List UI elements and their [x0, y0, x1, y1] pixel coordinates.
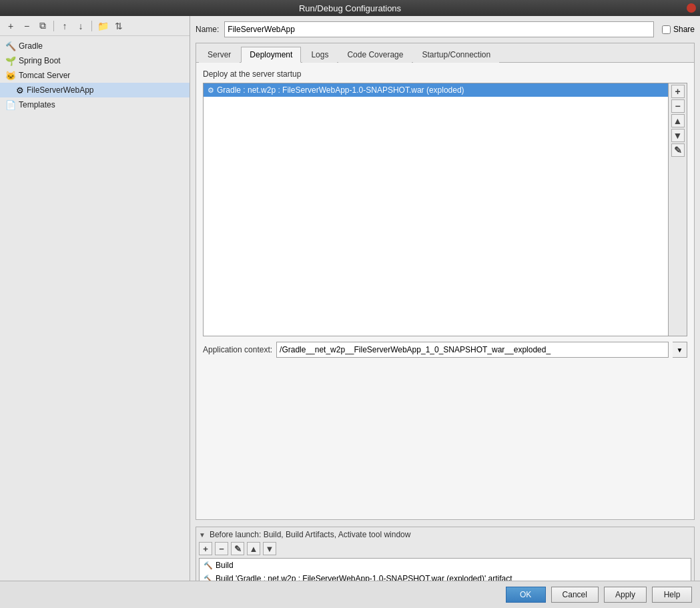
- tree-item-tomcat[interactable]: 🐱 Tomcat Server: [0, 68, 190, 83]
- close-button[interactable]: [687, 3, 696, 13]
- app-context-label: Application context:: [203, 345, 272, 354]
- bl-add-button[interactable]: +: [199, 542, 212, 555]
- add-config-button[interactable]: +: [4, 19, 17, 33]
- bl-build-icon: 🔨: [204, 561, 213, 570]
- deploy-edit-button[interactable]: ✎: [671, 143, 685, 157]
- deploy-down-button[interactable]: ▼: [671, 129, 685, 142]
- move-up-button[interactable]: ↑: [58, 19, 71, 33]
- before-launch-header[interactable]: ▼ Before launch: Build, Build Artifacts,…: [199, 530, 691, 539]
- share-checkbox[interactable]: [662, 25, 671, 34]
- bl-remove-button[interactable]: −: [215, 542, 228, 555]
- deploy-up-button[interactable]: ▲: [671, 114, 685, 127]
- deploy-label: Deploy at the server startup: [203, 69, 687, 79]
- tree-item-spring-boot[interactable]: 🌱 Spring Boot: [0, 53, 190, 68]
- ok-button[interactable]: OK: [506, 587, 546, 603]
- toolbar-sep-1: [53, 21, 54, 31]
- tab-server[interactable]: Server: [199, 47, 240, 63]
- tree-item-gradle[interactable]: 🔨 Gradle: [0, 39, 190, 53]
- sort-button[interactable]: ⇅: [112, 19, 125, 33]
- apply-button[interactable]: Apply: [604, 587, 647, 603]
- bl-edit-button[interactable]: ✎: [231, 542, 244, 555]
- deploy-remove-button[interactable]: −: [671, 99, 685, 113]
- app-context-input[interactable]: [276, 342, 669, 358]
- tab-deployment[interactable]: Deployment: [241, 47, 301, 63]
- tabs-bar: Server Deployment Logs Code Coverage Sta…: [196, 43, 694, 63]
- deploy-item-label: Gradle : net.w2p : FileServerWebApp-1.0-…: [217, 85, 464, 95]
- before-launch-toolbar: + − ✎ ▲ ▼: [199, 542, 691, 555]
- bl-down-button[interactable]: ▼: [263, 542, 276, 555]
- config-tree: 🔨 Gradle 🌱 Spring Boot 🐱 Tomcat Server ⚙…: [0, 36, 190, 608]
- fileserverwebapp-label: FileServerWebApp: [27, 85, 94, 95]
- bl-build-label: Build: [216, 561, 234, 570]
- tomcat-icon: 🐱: [5, 71, 16, 81]
- bl-item-build[interactable]: 🔨 Build: [200, 559, 691, 572]
- copy-config-button[interactable]: ⧉: [36, 19, 49, 33]
- tomcat-label: Tomcat Server: [19, 71, 70, 80]
- cancel-button[interactable]: Cancel: [551, 587, 599, 603]
- remove-config-button[interactable]: −: [20, 19, 33, 33]
- bottom-buttons: OK Cancel Apply Help: [0, 581, 700, 608]
- deploy-item-gradle[interactable]: ⚙ Gradle : net.w2p : FileServerWebApp-1.…: [204, 83, 668, 97]
- before-launch-title: Before launch: Build, Build Artifacts, A…: [210, 530, 411, 539]
- bl-up-button[interactable]: ▲: [247, 542, 260, 555]
- tree-item-templates[interactable]: 📄 Templates: [0, 97, 190, 112]
- name-label: Name:: [196, 25, 219, 34]
- dialog-title: Run/Debug Configurations: [299, 3, 401, 13]
- share-label: Share: [673, 25, 695, 34]
- deploy-item-icon: ⚙: [208, 86, 214, 95]
- help-button[interactable]: Help: [652, 587, 692, 603]
- tab-startup-connection[interactable]: Startup/Connection: [413, 47, 499, 63]
- templates-icon: 📄: [5, 100, 16, 110]
- templates-label: Templates: [19, 100, 55, 109]
- tree-item-fileserverwebapp[interactable]: ⚙ FileServerWebApp: [0, 83, 190, 97]
- name-input[interactable]: [224, 21, 654, 37]
- deploy-list: ⚙ Gradle : net.w2p : FileServerWebApp-1.…: [203, 83, 669, 336]
- folder-button[interactable]: 📁: [96, 19, 109, 33]
- deploy-add-button[interactable]: +: [671, 85, 685, 98]
- spring-boot-label: Spring Boot: [19, 56, 61, 65]
- tab-code-coverage[interactable]: Code Coverage: [338, 47, 412, 63]
- move-down-button[interactable]: ↓: [74, 19, 87, 33]
- deploy-list-toolbar: + − ▲ ▼ ✎: [669, 83, 687, 336]
- gradle-icon: 🔨: [5, 41, 16, 51]
- fileserverwebapp-icon: ⚙: [16, 85, 24, 95]
- spring-boot-icon: 🌱: [5, 56, 16, 66]
- before-launch-arrow: ▼: [199, 531, 206, 539]
- gradle-label: Gradle: [19, 41, 43, 51]
- app-context-dropdown-btn[interactable]: ▼: [673, 342, 687, 358]
- tab-logs[interactable]: Logs: [302, 47, 337, 63]
- tab-content-deployment: Deploy at the server startup ⚙ Gradle : …: [196, 63, 694, 519]
- toolbar-sep-2: [91, 21, 92, 31]
